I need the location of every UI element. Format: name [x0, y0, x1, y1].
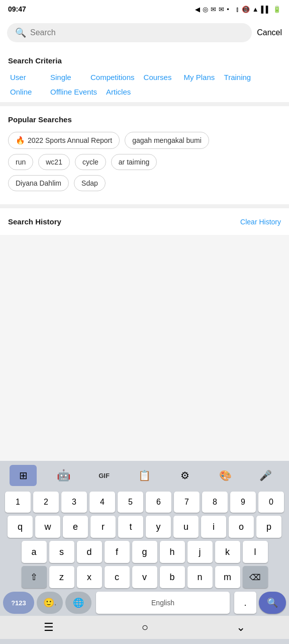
- search-history-title: Search History: [8, 217, 61, 226]
- nav-home-icon[interactable]: ○: [142, 621, 148, 634]
- key-p[interactable]: p: [256, 516, 281, 538]
- search-bar-area: 🔍 Cancel: [0, 18, 289, 47]
- criteria-competitions[interactable]: Competitions: [88, 72, 137, 83]
- key-u[interactable]: u: [173, 516, 199, 538]
- criteria-courses[interactable]: Courses: [142, 72, 177, 83]
- gif-button[interactable]: GIF: [90, 465, 118, 486]
- key-6[interactable]: 6: [146, 492, 171, 513]
- key-n[interactable]: n: [187, 566, 213, 588]
- vpn-icon: ◎: [203, 6, 208, 13]
- clipboard-button[interactable]: 📋: [131, 465, 158, 486]
- popular-tag-gagah[interactable]: gagah mengakal bumi: [125, 132, 209, 149]
- popular-tag-artaiming[interactable]: ar taiming: [111, 154, 157, 170]
- nav-menu-icon[interactable]: ☰: [44, 621, 54, 634]
- popular-tag-sdap[interactable]: Sdap: [74, 175, 106, 191]
- vibrate-icon: ⫿: [236, 6, 239, 13]
- search-input[interactable]: [30, 28, 244, 37]
- apps-icon-button[interactable]: ⊞: [10, 465, 37, 486]
- status-icons: ◀ ◎ ✉ ✉ • ⫿ 📵 ▲ ▌▌ 🔋: [195, 6, 281, 13]
- mail2-icon: ✉: [219, 6, 224, 13]
- sticker-icon-button[interactable]: 🤖: [50, 465, 77, 486]
- num-switch-key[interactable]: ?123: [3, 592, 34, 614]
- key-h[interactable]: h: [160, 541, 185, 563]
- key-r[interactable]: r: [90, 516, 116, 538]
- key-g[interactable]: g: [132, 541, 157, 563]
- letter-row-3: ⇧ z x c v b n m ⌫: [0, 565, 289, 590]
- space-key[interactable]: English: [96, 592, 230, 614]
- criteria-training[interactable]: Training: [222, 72, 257, 83]
- key-0[interactable]: 0: [258, 492, 284, 513]
- criteria-articles[interactable]: Articles: [104, 87, 139, 97]
- key-i[interactable]: i: [201, 516, 226, 538]
- key-e[interactable]: e: [63, 516, 88, 538]
- keyboard-toolbar: ⊞ 🤖 GIF 📋 ⚙ 🎨 🎤: [0, 461, 289, 490]
- popular-tags-row1: 🔥 2022 Sports Annual Report gagah mengak…: [8, 132, 281, 149]
- search-action-key[interactable]: 🔍: [259, 592, 286, 614]
- key-8[interactable]: 8: [202, 492, 228, 513]
- mic-icon-button[interactable]: 🎤: [252, 465, 279, 486]
- key-d[interactable]: d: [77, 541, 102, 563]
- nav-back-icon[interactable]: ⌄: [236, 621, 245, 634]
- criteria-myplans[interactable]: My Plans: [182, 72, 217, 83]
- key-b[interactable]: b: [160, 566, 185, 588]
- dot-icon: •: [227, 6, 229, 13]
- key-c[interactable]: c: [105, 566, 130, 588]
- popular-tag-featured[interactable]: 🔥 2022 Sports Annual Report: [8, 132, 120, 149]
- nav-bar: ☰ ○ ⌄: [0, 616, 289, 639]
- key-a[interactable]: a: [22, 541, 47, 563]
- globe-key[interactable]: 🌐: [65, 592, 91, 614]
- key-q[interactable]: q: [8, 516, 33, 538]
- cancel-button[interactable]: Cancel: [257, 28, 282, 37]
- key-j[interactable]: j: [187, 541, 213, 563]
- key-5[interactable]: 5: [118, 492, 143, 513]
- key-y[interactable]: y: [146, 516, 171, 538]
- keyboard-bottom-row: ?123 🙂, 🌐 English . 🔍: [0, 590, 289, 616]
- key-s[interactable]: s: [49, 541, 74, 563]
- fire-icon: 🔥: [16, 136, 25, 145]
- mail-icon: ✉: [211, 6, 216, 13]
- key-1[interactable]: 1: [5, 492, 31, 513]
- backspace-key[interactable]: ⌫: [243, 566, 268, 588]
- emoji-key[interactable]: 🙂,: [37, 592, 63, 614]
- key-7[interactable]: 7: [174, 492, 200, 513]
- status-time: 09:47: [8, 5, 26, 13]
- theme-icon-button[interactable]: 🎨: [212, 465, 239, 486]
- popular-tag-diyana[interactable]: Diyana Dahlim: [8, 175, 69, 191]
- key-x[interactable]: x: [77, 566, 102, 588]
- criteria-online[interactable]: Online: [8, 87, 43, 97]
- popular-tag-cycle[interactable]: cycle: [75, 154, 106, 170]
- key-k[interactable]: k: [215, 541, 240, 563]
- battery-icon: 🔋: [273, 6, 281, 13]
- key-9[interactable]: 9: [230, 492, 256, 513]
- popular-tags-row2: run wc21 cycle ar taiming: [8, 154, 281, 170]
- search-input-wrapper[interactable]: 🔍: [7, 23, 252, 42]
- search-criteria-section: Search Criteria User Single Competitions…: [0, 47, 289, 102]
- key-l[interactable]: l: [243, 541, 268, 563]
- key-v[interactable]: v: [132, 566, 157, 588]
- criteria-grid: User Single Competitions Courses My Plan…: [8, 72, 281, 97]
- settings-icon-button[interactable]: ⚙: [171, 465, 199, 486]
- popular-tag-wc21[interactable]: wc21: [38, 154, 70, 170]
- popular-tag-run[interactable]: run: [8, 154, 33, 170]
- clear-history-button[interactable]: Clear History: [240, 218, 281, 226]
- location-icon: ◀: [195, 6, 200, 13]
- key-t[interactable]: t: [118, 516, 143, 538]
- popular-searches-section: Popular Searches 🔥 2022 Sports Annual Re…: [0, 106, 289, 204]
- key-z[interactable]: z: [49, 566, 74, 588]
- phone-icon: 📵: [242, 6, 250, 13]
- key-o[interactable]: o: [229, 516, 254, 538]
- key-2[interactable]: 2: [33, 492, 59, 513]
- popular-searches-title: Popular Searches: [8, 115, 281, 124]
- period-key[interactable]: .: [234, 592, 256, 614]
- criteria-offlineevents[interactable]: Offline Events: [48, 87, 99, 97]
- key-m[interactable]: m: [215, 566, 240, 588]
- search-history-section: Search History Clear History: [0, 208, 289, 235]
- key-4[interactable]: 4: [89, 492, 115, 513]
- key-w[interactable]: w: [35, 516, 60, 538]
- shift-key[interactable]: ⇧: [22, 566, 47, 588]
- keyboard: ⊞ 🤖 GIF 📋 ⚙ 🎨 🎤 1 2 3 4 5 6 7 8 9 0 q w …: [0, 461, 289, 644]
- key-3[interactable]: 3: [61, 492, 87, 513]
- criteria-user[interactable]: User: [8, 72, 43, 83]
- key-f[interactable]: f: [105, 541, 130, 563]
- criteria-single[interactable]: Single: [48, 72, 83, 83]
